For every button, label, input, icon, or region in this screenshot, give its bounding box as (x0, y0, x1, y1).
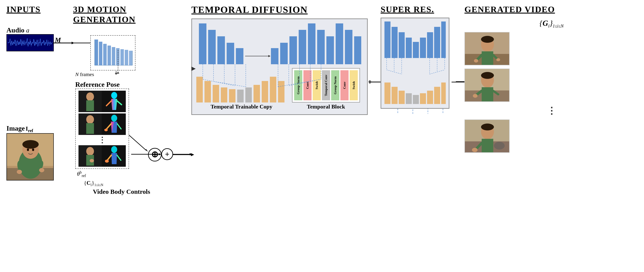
svg-rect-135 (392, 27, 398, 58)
svg-point-36 (32, 148, 34, 151)
svg-point-40 (39, 168, 44, 172)
svg-rect-90 (218, 36, 225, 64)
ref-image (6, 133, 54, 181)
svg-point-58 (111, 92, 117, 99)
pose-image-3 (78, 145, 126, 167)
superres-section: SUPER RES. (380, 4, 454, 109)
motion-pose-connector (117, 50, 119, 74)
pose-image-2 (78, 113, 126, 135)
svg-line-150 (430, 70, 445, 74)
svg-rect-106 (204, 81, 211, 102)
svg-rect-158 (434, 87, 440, 104)
svg-point-189 (494, 142, 505, 150)
svg-rect-115 (278, 81, 284, 102)
svg-rect-177 (482, 87, 493, 102)
temporal-title: TEMPORAL DIFFUSION (191, 4, 370, 15)
ci-label: {Ci}1≤i≤N (84, 180, 168, 187)
svg-point-76 (111, 146, 117, 153)
svg-rect-41 (94, 39, 98, 65)
svg-rect-88 (199, 23, 206, 64)
svg-rect-155 (413, 95, 419, 104)
svg-point-83 (117, 72, 119, 74)
svg-rect-111 (245, 87, 252, 102)
generated-dots: ⋮ (464, 105, 638, 116)
video-frame-2 (464, 68, 510, 102)
svg-rect-112 (254, 85, 260, 102)
audio-motion-arrow (53, 41, 76, 45)
svg-rect-98 (317, 30, 325, 64)
svg-rect-100 (336, 23, 343, 64)
svg-point-171 (496, 58, 500, 61)
svg-point-35 (27, 148, 29, 151)
svg-point-63 (86, 115, 94, 124)
video-body-controls-label: Video Body Controls (75, 188, 168, 195)
svg-rect-105 (196, 77, 203, 102)
svg-point-74 (90, 159, 94, 162)
video-frames: ⋮ (464, 32, 638, 153)
svg-rect-94 (280, 43, 288, 64)
svg-rect-134 (384, 21, 390, 58)
svg-rect-91 (227, 43, 234, 64)
temporal-trainable-copy-label: Temporal Trainable Copy (210, 104, 272, 110)
temporal-box: Temporal Trainable Copy Group Norm Conv … (191, 18, 368, 115)
svg-rect-156 (420, 93, 426, 104)
superres-skips (382, 57, 449, 78)
top-bars (195, 23, 364, 66)
temporal-section: TEMPORAL DIFFUSION (191, 4, 370, 115)
svg-rect-47 (120, 49, 124, 65)
svg-rect-136 (399, 32, 405, 58)
temporal-in-arrow (191, 67, 198, 71)
svg-rect-159 (441, 82, 446, 104)
svg-rect-140 (427, 32, 433, 58)
svg-rect-48 (125, 50, 128, 65)
block-swish-2: Swish (350, 70, 358, 100)
inputs-section: INPUTS Audio a Image Iref (6, 4, 67, 181)
temporal-block-label: Temporal Block (307, 104, 345, 110)
gi-label: {Gi}1≤i≤N (464, 19, 638, 29)
audio-var: a (26, 27, 30, 34)
svg-rect-56 (86, 100, 94, 111)
block-group-norm-1: Group Norm (294, 70, 302, 100)
pose-image-1 (78, 91, 126, 112)
svg-point-176 (481, 72, 494, 79)
superres-title: SUPER RES. (380, 4, 454, 14)
block-conv-2: Conv (340, 70, 348, 100)
video-frame-3 (464, 119, 510, 153)
svg-rect-64 (86, 123, 94, 134)
image-label: Image (6, 124, 25, 132)
block-group-norm-2: Group Norm (331, 70, 339, 100)
svg-marker-85 (159, 153, 161, 155)
svg-rect-107 (213, 85, 219, 102)
plus-temporal-arrow (172, 153, 194, 155)
block-temporal-conv: Temporal Conv (322, 70, 330, 100)
svg-point-39 (17, 170, 22, 174)
image-var: Iref (26, 125, 33, 133)
svg-rect-154 (406, 93, 412, 104)
svg-point-34 (22, 140, 39, 149)
plus-operator: + (161, 148, 173, 160)
svg-rect-167 (482, 51, 493, 65)
svg-rect-44 (108, 45, 111, 65)
motion-section: 3D MOTION GENERATION (73, 4, 168, 195)
svg-marker-87 (190, 153, 192, 155)
bottom-section: Temporal Trainable Copy Group Norm Conv … (195, 68, 364, 110)
diagram-layout: ⊕ INPUTS Audio a (0, 0, 644, 272)
superres-box (380, 18, 450, 109)
svg-rect-108 (221, 87, 227, 102)
pose-dots: ⋮ (98, 136, 106, 144)
audio-label: Audio (6, 26, 24, 34)
svg-rect-45 (112, 47, 115, 65)
svg-rect-151 (384, 82, 390, 104)
svg-point-69 (104, 129, 108, 131)
svg-point-55 (86, 92, 94, 101)
video-frame-1 (464, 32, 510, 65)
svg-point-169 (474, 59, 478, 62)
motion-title: 3D MOTION GENERATION (73, 4, 168, 24)
svg-rect-102 (354, 36, 361, 64)
svg-rect-96 (299, 30, 306, 64)
svg-marker-81 (72, 42, 74, 44)
svg-line-149 (386, 70, 402, 74)
svg-rect-109 (229, 89, 236, 102)
generated-section: GENERATED VIDEO {Gi}1≤i≤N (464, 4, 638, 153)
svg-rect-97 (308, 23, 316, 64)
